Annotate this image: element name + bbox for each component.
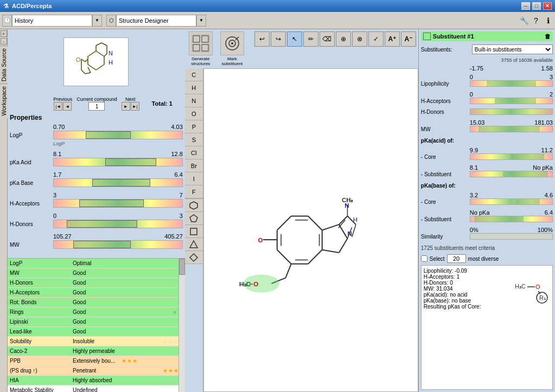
last-btn[interactable]: ►| <box>131 102 139 111</box>
lipo-subst-row: 0 3 Lipophilicity <box>421 74 553 87</box>
generate-icon <box>191 34 210 53</box>
structure-designer-combo[interactable]: Structure Designer <box>116 15 196 27</box>
maximize-button[interactable]: □ <box>532 2 541 10</box>
substituents-dropdown[interactable]: Built-in substituents <box>472 44 553 54</box>
svg-line-50 <box>322 224 339 230</box>
help-icon[interactable]: ? <box>531 16 541 25</box>
draw-bond-tool[interactable]: ✏ <box>303 31 318 47</box>
hexagon-ring-button[interactable] <box>185 199 203 212</box>
table-row: Solubility Insoluble ☆☆☆ <box>8 337 178 346</box>
h-acceptors-prop: 3 7 H-Acceptors <box>10 192 183 208</box>
history-combo[interactable]: History <box>12 15 92 27</box>
atom-i-button[interactable]: I <box>185 172 203 185</box>
structure-icon: ⬡ <box>106 15 116 27</box>
pka-base-header: pKa(base) of: <box>421 183 553 189</box>
lasso-tool[interactable]: ⊕ <box>336 31 351 47</box>
drug-table-scrollbar[interactable] <box>178 259 185 392</box>
pka-acid-prop: 8.1 12.8 pKa Acid <box>10 151 183 167</box>
diamond-button[interactable] <box>185 251 203 264</box>
square-ring-button[interactable] <box>185 225 203 238</box>
structure-designer-combo-arrow[interactable]: ▼ <box>196 15 206 27</box>
table-row: Lipinski Good <box>8 317 178 327</box>
properties-title: Properties <box>8 113 185 123</box>
h-accept-subst-label: H-Acceptors <box>421 98 470 104</box>
svg-line-38 <box>277 216 291 230</box>
next-btn[interactable]: ► <box>122 102 130 111</box>
trash-icon[interactable]: 🗑 <box>545 33 551 40</box>
info-icon[interactable]: ℹ <box>543 16 553 25</box>
svg-text:O: O <box>258 237 263 243</box>
atom-p-button[interactable]: P <box>185 120 203 133</box>
svg-line-40 <box>308 216 322 230</box>
check-tool[interactable]: ✓ <box>368 31 384 47</box>
atom-s-button[interactable]: S <box>185 133 203 146</box>
select-checkbox[interactable] <box>421 255 428 262</box>
erase-tool[interactable]: ⌫ <box>320 31 335 47</box>
atom-br-button[interactable]: Br <box>185 159 203 172</box>
most-diverse-label: most diverse <box>468 256 499 262</box>
select-count-input[interactable] <box>447 254 466 263</box>
data-source-tab[interactable]: Data Source <box>0 46 8 83</box>
drawing-tools: ↩ ↪ ↖ ✏ ⌫ ⊕ ⊗ ✓ A⁺ A⁻ <box>254 31 416 47</box>
properties-sliders: 0.70 4.03 LogP LogP 8.1 12.8 pKa <box>8 123 185 258</box>
svg-line-60 <box>352 224 356 237</box>
svg-text:O: O <box>76 56 81 63</box>
history-icon: 🕐 <box>2 15 12 27</box>
drug-properties-table: LogP Optimal MW Good H-Donors Good H-Acc… <box>8 258 185 392</box>
main-area: + - Data Source Workspace <box>0 29 555 392</box>
workspace-tab[interactable]: Workspace <box>0 83 8 118</box>
settings-icon[interactable]: 🔧 <box>519 16 529 25</box>
current-compound-input[interactable] <box>88 102 105 111</box>
subst-acid-label: - Substituent <box>421 171 470 177</box>
first-btn[interactable]: |◄ <box>54 102 62 111</box>
table-row: Lead-like Good <box>8 327 178 337</box>
pentagon-ring-button[interactable] <box>185 212 203 225</box>
ring-select-tool[interactable]: ⊗ <box>352 31 367 47</box>
core-base-row: 3.2 4.6 - Core <box>421 192 553 205</box>
mw-subst-row: 15.03 181.03 MW <box>421 119 553 132</box>
triangle-button[interactable] <box>185 238 203 251</box>
atom-h-button[interactable]: H <box>185 81 203 94</box>
generate-label: Generate structures <box>187 56 214 66</box>
mark-label: Mark substituent <box>219 56 246 66</box>
mark-substituent-button[interactable] <box>220 31 244 55</box>
minimize-button[interactable]: ─ <box>521 2 530 10</box>
molecule-canvas[interactable]: N N H CH₃ <box>203 68 418 392</box>
drug-table-scroll[interactable]: LogP Optimal MW Good H-Donors Good H-Acc… <box>8 259 178 392</box>
h-donor-subst-label: H-Donors <box>421 109 470 115</box>
atom-toolbar: C H N O P S Cl Br I F <box>185 68 203 392</box>
collapse-btn[interactable]: - <box>1 38 7 44</box>
generate-structures-button[interactable] <box>189 31 213 55</box>
generate-section: Generate structures <box>187 31 214 66</box>
undo-button[interactable]: ↩ <box>254 31 270 47</box>
atom-cl-button[interactable]: Cl <box>185 146 203 159</box>
core-acid-row: 9.9 11.2 - Core <box>421 147 553 160</box>
substituents-label: Substituents: <box>421 47 470 53</box>
svg-line-66 <box>285 264 291 278</box>
info-line-2: H-Acceptors: 1 <box>424 274 510 280</box>
subst-base-row: No pKa 6.4 - Substituent <box>421 209 553 222</box>
history-combo-arrow[interactable]: ▼ <box>92 15 102 27</box>
atom-o-button[interactable]: O <box>185 107 203 120</box>
atom-n-button[interactable]: N <box>185 94 203 107</box>
right-panel: Substituent #1 🗑 Substituents: Built-in … <box>418 29 555 392</box>
atom-c-button[interactable]: C <box>185 68 203 81</box>
select-tool[interactable]: ↖ <box>287 31 302 47</box>
info-box: Lipophilicity: -0.09 H-Acceptors: 1 H-Do… <box>421 265 553 390</box>
total-label: Total: 1 <box>152 100 173 107</box>
redo-button[interactable]: ↪ <box>271 31 286 47</box>
svg-marker-37 <box>190 254 197 261</box>
atom-f-button[interactable]: F <box>185 185 203 198</box>
mw-prop: 105.27 405.27 MW <box>10 233 183 249</box>
close-button[interactable]: ✕ <box>543 2 552 10</box>
prev-btn[interactable]: ◄ <box>63 102 72 111</box>
svg-line-42 <box>308 250 322 264</box>
available-text: 3755 of 16036 available <box>421 57 553 63</box>
expand-btn[interactable]: + <box>1 30 7 37</box>
left-tabs: + - Data Source Workspace <box>0 29 8 392</box>
preview-molecule-svg: O N H <box>66 40 126 83</box>
text-larger-button[interactable]: A⁺ <box>385 31 400 47</box>
lipo-subst-label: Lipophilicity <box>421 81 470 87</box>
app-icon: ⚗ <box>3 3 9 10</box>
text-smaller-button[interactable]: A⁻ <box>401 31 416 47</box>
